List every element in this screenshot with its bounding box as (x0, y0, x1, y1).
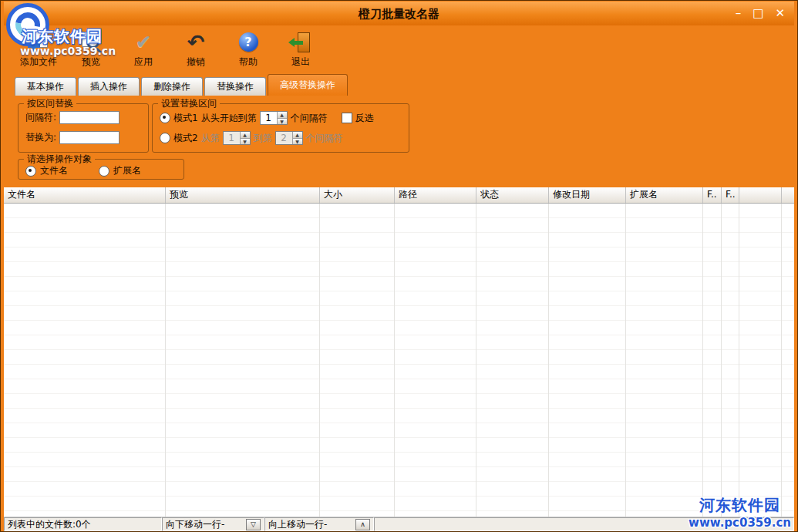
mode2-suffix-text: 个间隔符 (306, 132, 343, 145)
undo-button[interactable]: ↶ 撤销 (170, 29, 221, 70)
file-count-label: 列表中的文件数:0个 (8, 518, 91, 531)
spin-down-icon: ▼ (293, 139, 302, 145)
mode2-radio[interactable] (160, 133, 170, 143)
exit-label: 退出 (291, 56, 310, 69)
move-down-label: 向下移动一行- (166, 518, 224, 531)
help-question-icon: ? (239, 32, 258, 52)
close-button[interactable]: ✕ (775, 6, 785, 20)
target-object-group: 请选择操作对象 文件名 扩展名 (18, 159, 184, 180)
file-list-header: 文件名 预览 大小 路径 状态 修改日期 扩展名 F.. F.. (4, 187, 794, 204)
mode2-from-spinner-arrows: ▲▼ (240, 132, 250, 144)
column-header-f2[interactable]: F.. (722, 187, 739, 203)
mode1-suffix-text: 个间隔符 (291, 112, 328, 125)
titlebar: 橙刀批量改名器 – □ ✕ (4, 2, 794, 25)
column-header-fill (782, 187, 794, 203)
interval-replace-group: 按区间替换 间隔符: 替换为: (18, 103, 149, 153)
minimize-button[interactable]: – (736, 6, 742, 20)
column-header-path[interactable]: 路径 (395, 187, 476, 203)
maximize-button[interactable]: □ (753, 6, 763, 20)
replace-with-label: 替换为: (25, 131, 56, 144)
toolbar: 添加文件 预览 ✔ 应用 ↶ 撤销 ? 帮助 退出 (4, 25, 794, 74)
mode2-to-spinner-arrows: ▲▼ (292, 132, 302, 144)
interval-replace-group-title: 按区间替换 (24, 98, 76, 109)
mode1-radio[interactable] (160, 113, 170, 123)
move-up-label: 向上移动一行- (268, 518, 327, 531)
mode1-spinner-arrows[interactable]: ▲▼ (277, 112, 287, 124)
help-button[interactable]: ? 帮助 (223, 29, 274, 70)
mode2-to-text: 到第 (254, 132, 272, 145)
tab-basic[interactable]: 基本操作 (15, 77, 76, 96)
separator-label: 间隔符: (25, 111, 56, 124)
mode2-label: 模式2 (173, 132, 198, 145)
extension-radio[interactable] (99, 166, 109, 177)
replace-with-input[interactable] (59, 131, 120, 144)
column-header-modified-date[interactable]: 修改日期 (549, 187, 626, 203)
spin-down-icon[interactable]: ▼ (278, 119, 287, 125)
preview-label: 预览 (82, 56, 100, 69)
mode2-to-spinner: 2 ▲▼ (275, 131, 303, 145)
target-object-group-title: 请选择操作对象 (24, 153, 95, 165)
window-title: 橙刀批量改名器 (4, 7, 794, 22)
move-up-button[interactable]: ∧ (355, 519, 370, 530)
tab-replace[interactable]: 替换操作 (204, 77, 266, 96)
spin-up-icon: ▲ (293, 132, 302, 139)
filename-radio-label: 文件名 (40, 164, 68, 177)
add-file-icon (27, 32, 50, 52)
column-header-f1[interactable]: F.. (703, 187, 722, 203)
column-header-preview[interactable]: 预览 (166, 187, 320, 203)
exit-door-icon (289, 32, 312, 52)
invert-checkbox[interactable] (342, 113, 352, 123)
column-header-filename[interactable]: 文件名 (4, 187, 166, 203)
tab-advanced-replace[interactable]: 高级替换操作 (268, 74, 348, 96)
mode1-count-spinner[interactable]: 1 ▲▼ (260, 111, 288, 125)
tab-delete[interactable]: 删除操作 (141, 77, 203, 96)
extension-radio-label: 扩展名 (113, 164, 141, 177)
window-controls: – □ ✕ (736, 6, 785, 20)
column-header-size[interactable]: 大小 (320, 187, 395, 203)
mode2-from-spinner: 1 ▲▼ (223, 131, 251, 145)
set-range-group: 设置替换区间 模式1 从头开始到第 1 ▲▼ 个间隔符 反选 模式2 (152, 103, 409, 153)
tab-bar: 基本操作 插入操作 删除操作 替换操作 高级替换操作 (4, 74, 794, 96)
mode2-to-value: 2 (276, 132, 292, 144)
spin-down-icon: ▼ (241, 139, 250, 145)
undo-arrow-icon: ↶ (187, 32, 205, 52)
spin-up-icon[interactable]: ▲ (278, 112, 287, 119)
file-list: 文件名 预览 大小 路径 状态 修改日期 扩展名 F.. F.. (4, 187, 794, 517)
preview-icon (79, 32, 103, 52)
spin-up-icon: ▲ (241, 132, 250, 139)
mode2-from-text: 从第 (201, 132, 220, 145)
mode1-label: 模式1 (173, 112, 198, 125)
tab-insert[interactable]: 插入操作 (78, 77, 140, 96)
apply-button[interactable]: ✔ 应用 (118, 29, 169, 70)
mode1-count-value: 1 (261, 112, 277, 124)
help-label: 帮助 (239, 56, 258, 69)
preview-button[interactable]: 预览 (66, 29, 116, 70)
app-window: 橙刀批量改名器 – □ ✕ 添加文件 预览 ✔ 应用 ↶ 撤销 (0, 0, 798, 532)
exit-button[interactable]: 退出 (275, 29, 326, 70)
mode2-from-value: 1 (224, 132, 240, 144)
move-down-button[interactable]: ▽ (246, 519, 261, 530)
status-bar: 列表中的文件数:0个 向下移动一行- ▽ 向上移动一行- ∧ (4, 517, 794, 531)
add-files-button[interactable]: 添加文件 (13, 29, 64, 70)
column-header-extra[interactable] (739, 187, 782, 203)
apply-check-icon: ✔ (136, 32, 152, 52)
apply-label: 应用 (134, 56, 153, 69)
add-files-label: 添加文件 (20, 56, 57, 69)
file-list-body (4, 204, 794, 517)
filename-radio[interactable] (25, 166, 36, 177)
column-header-status[interactable]: 状态 (476, 187, 549, 203)
separator-input[interactable] (59, 111, 120, 124)
advanced-replace-panel: 按区间替换 间隔符: 替换为: 设置替换区间 模式1 从头开始到第 1 (4, 96, 794, 187)
undo-label: 撤销 (187, 56, 205, 69)
set-range-group-title: 设置替换区间 (158, 98, 220, 109)
column-header-extension[interactable]: 扩展名 (626, 187, 703, 203)
mode1-prefix-text: 从头开始到第 (201, 112, 257, 125)
invert-label: 反选 (355, 112, 374, 125)
